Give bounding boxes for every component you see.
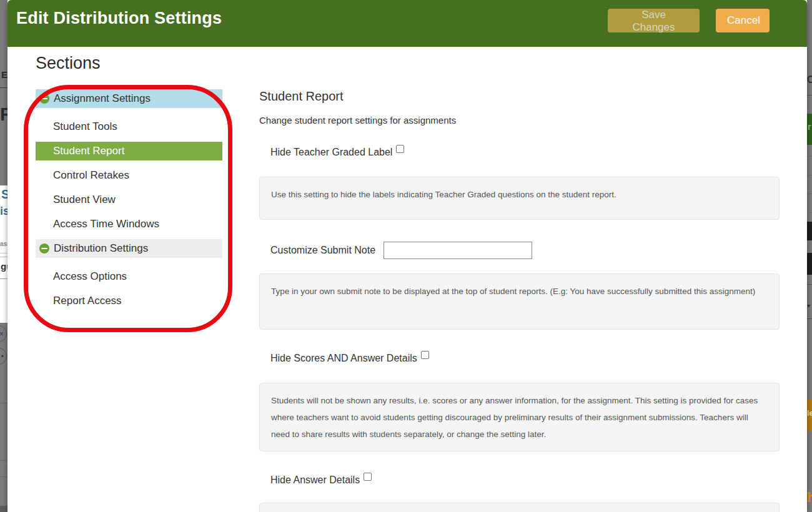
background-fragment (807, 318, 812, 319)
background-fragment (807, 175, 812, 175)
sidebar-item-control-retakes[interactable]: Control Retakes (36, 166, 222, 185)
background-fragment: ass (0, 241, 7, 247)
content-title: Student Report (259, 89, 344, 104)
sidebar-item-label: Access Time Windows (53, 218, 159, 230)
sections-heading: Sections (36, 54, 101, 73)
sidebar-group-label: Distribution Settings (54, 242, 148, 255)
background-fragment (807, 222, 812, 240)
background-fragment: C (807, 75, 812, 85)
background-fragment (807, 95, 812, 96)
save-changes-button[interactable]: Save Changes (608, 9, 700, 32)
background-fragment (807, 212, 812, 213)
sidebar-item-label: Student View (53, 194, 116, 206)
background-fragment: × (0, 325, 7, 342)
background-fragment: S (1, 188, 7, 200)
hide-teacher-graded-label-checkbox[interactable] (396, 145, 404, 153)
background-fragment (0, 476, 7, 477)
background-fragment (807, 156, 812, 157)
setting-row-hide-scores-and-answer-details: Hide Scores AND Answer Details (270, 353, 429, 364)
background-fragment (807, 253, 812, 275)
modal-title: Edit Distribution Settings (16, 9, 222, 28)
background-fragment (0, 278, 7, 279)
sidebar-item-label: Access Options (53, 270, 127, 283)
hide-answer-details-checkbox[interactable] (364, 473, 372, 481)
setting-row-hide-teacher-graded-label: Hide Teacher Graded Label (270, 147, 404, 158)
setting-row-hide-answer-details: Hide Answer Details (270, 475, 372, 486)
background-fragment: gu (1, 262, 7, 271)
right-background-sliver: Cr▾leh (807, 0, 812, 512)
sidebar-item-access-time-windows[interactable]: Access Time Windows (36, 215, 222, 234)
help-box-hide-teacher-graded-label: Use this setting to hide the labels indi… (259, 177, 780, 220)
background-fragment (0, 506, 7, 512)
background-fragment (807, 194, 812, 194)
customize-submit-note-input[interactable] (384, 242, 532, 259)
help-box-customize-submit-note: Type in your own submit note to be displ… (259, 273, 780, 330)
help-box-hide-answer-details (259, 503, 780, 512)
sidebar-group-assignment-settings[interactable]: Assignment Settings (36, 89, 222, 108)
background-fragment: is (0, 205, 7, 217)
background-fragment (0, 257, 7, 257)
setting-label: Customize Submit Note (270, 245, 375, 256)
sidebar-item-label: Student Tools (53, 121, 117, 133)
sidebar-group-label: Assignment Settings (54, 92, 151, 105)
sidebar-item-report-access[interactable]: Report Access (36, 292, 222, 310)
setting-label: Hide Teacher Graded Label (270, 147, 392, 158)
background-fragment (0, 460, 7, 461)
modal-header: Edit Distribution Settings Save Changes … (7, 0, 807, 47)
sidebar-item-label: Report Access (53, 295, 122, 307)
background-fragment (0, 403, 7, 403)
background-fragment: h (807, 491, 812, 505)
cancel-button[interactable]: Cancel (716, 9, 770, 32)
sidebar-item-student-report[interactable]: Student Report (36, 142, 222, 160)
background-fragment: ▾ (807, 303, 810, 309)
background-fragment: • (0, 348, 7, 365)
setting-row-customize-submit-note: Customize Submit Note (270, 242, 532, 259)
background-fragment: r (808, 122, 811, 131)
hide-scores-and-answer-details-checkbox[interactable] (421, 351, 429, 359)
content-subtitle: Change student report settings for assig… (259, 115, 456, 126)
sidebar-item-student-view[interactable]: Student View (36, 190, 222, 209)
setting-label: Hide Answer Details (270, 475, 360, 486)
background-fragment (807, 284, 812, 285)
left-background-sliver: ERSisassgu×• (0, 0, 7, 512)
background-fragment (0, 253, 7, 254)
edit-distribution-settings-modal: Edit Distribution Settings Save Changes … (7, 0, 807, 512)
collapse-minus-icon (39, 94, 49, 104)
sidebar-group-distribution-settings[interactable]: Distribution Settings (36, 239, 222, 258)
sidebar-item-student-tools[interactable]: Student Tools (36, 117, 222, 136)
header-buttons: Save Changes Cancel (608, 9, 770, 32)
background-fragment: E (1, 70, 7, 79)
background-fragment (0, 87, 7, 88)
sections-sidebar: Assignment Settings Student Tools Studen… (36, 89, 222, 316)
sidebar-item-label: Student Report (53, 145, 124, 157)
sidebar-item-label: Control Retakes (53, 169, 129, 182)
background-fragment: R (0, 105, 7, 124)
help-box-hide-scores-and-answer-details: Students will not be shown any results, … (259, 383, 780, 451)
background-fragment: le (807, 409, 812, 417)
collapse-minus-icon (39, 244, 49, 254)
setting-label: Hide Scores AND Answer Details (270, 353, 417, 364)
sidebar-item-access-options[interactable]: Access Options (36, 267, 222, 286)
